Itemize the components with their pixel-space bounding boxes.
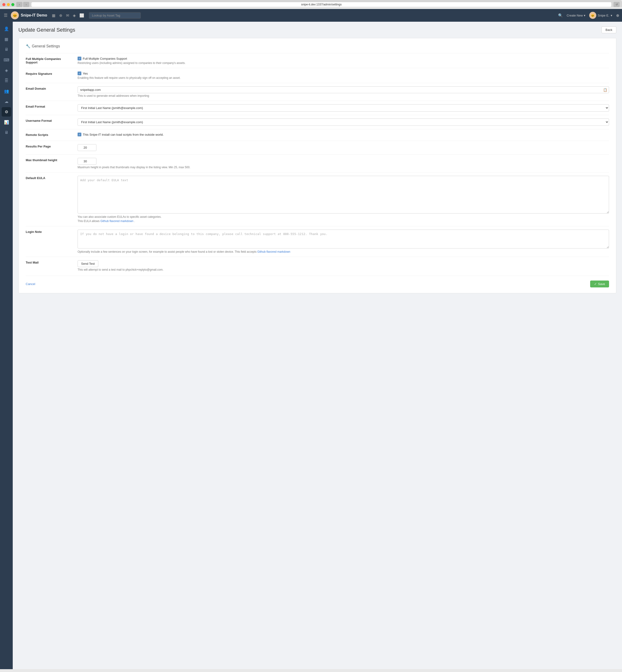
default-eula-control: You can also associate custom EULAs to s… <box>77 176 609 223</box>
login-note-row: Login Note Optionally include a few sent… <box>26 226 609 257</box>
results-per-page-input[interactable] <box>77 144 97 151</box>
hamburger-menu[interactable]: ☰ <box>3 12 8 19</box>
email-domain-row: Email Domain 📋 This is used to generate … <box>26 83 609 101</box>
test-mail-control: Send Test This will attempt to send a te… <box>77 260 609 271</box>
email-domain-label: Email Domain <box>26 86 73 90</box>
require-sig-control: ✓ Yes Enabling this feature will require… <box>77 71 609 79</box>
droplet-icon[interactable]: ◈ <box>73 13 76 18</box>
reload-button[interactable]: ↺ <box>614 2 620 7</box>
default-eula-link[interactable]: Github flavored markdown <box>100 219 134 223</box>
email-domain-control: 📋 This is used to generate email address… <box>77 86 609 97</box>
mail-icon[interactable]: ✉ <box>66 13 69 18</box>
email-domain-hint: This is used to generate email addresses… <box>77 94 609 97</box>
email-format-select[interactable]: First Initial Last Name (jsmith@example.… <box>77 104 609 111</box>
main-layout: 👤 ▦ 🖥 ⌨ ◈ 🗄 👥 ☁ ⚙ 📊 🖥 Update General Set… <box>0 22 622 669</box>
require-sig-check-label: Yes <box>83 72 88 75</box>
send-test-button[interactable]: Send Test <box>77 260 98 267</box>
user-name: Snipe E. <box>598 14 609 17</box>
sidebar-item-assets[interactable]: ▦ <box>2 34 11 44</box>
tag-icon[interactable]: ⊕ <box>59 13 62 18</box>
username-format-select[interactable]: First Initial Last Name (jsmith@example.… <box>77 119 609 126</box>
user-menu[interactable]: 🐱 Snipe E. ▾ <box>589 12 612 19</box>
user-chevron-icon: ▾ <box>611 14 612 17</box>
back-nav-button[interactable]: ‹ <box>16 2 23 7</box>
content-area: Update General Settings Back 🔧 General S… <box>13 22 622 669</box>
max-thumb-input[interactable] <box>77 158 97 165</box>
cancel-button[interactable]: Cancel <box>26 282 35 286</box>
url-text: snipe-it.dev:1337/admin/settings <box>301 3 342 6</box>
settings-card: 🔧 General Settings Full Multiple Compani… <box>19 38 616 293</box>
sidebar-item-accessories[interactable]: ⌨ <box>2 55 11 65</box>
login-note-control: Optionally include a few sentences on yo… <box>77 230 609 253</box>
default-eula-label: Default EULA <box>26 176 73 180</box>
brand: 🐱 Snipe-IT Demo <box>11 11 47 19</box>
close-button[interactable] <box>2 3 5 6</box>
sidebar-item-settings[interactable]: ⚙ <box>2 107 11 117</box>
wrench-icon: 🔧 <box>26 44 30 49</box>
default-eula-hint2: This EULA allows Github flavored markdow… <box>77 219 609 223</box>
sidebar-item-components[interactable]: 🗄 <box>2 76 11 86</box>
address-bar[interactable]: snipe-it.dev:1337/admin/settings <box>31 2 612 7</box>
remote-scripts-checkbox-row: ✓ This Snipe-IT install can load scripts… <box>77 133 609 136</box>
default-eula-textarea[interactable] <box>77 176 609 214</box>
sidebar-item-consumables[interactable]: ◈ <box>2 66 11 75</box>
remote-scripts-check-label: This Snipe-IT install can load scripts f… <box>83 133 164 136</box>
sidebar-item-licenses[interactable]: 🖥 <box>2 45 11 54</box>
save-button[interactable]: ✓ Save <box>590 281 609 287</box>
email-format-row: Email Format First Initial Last Name (js… <box>26 101 609 115</box>
max-thumb-label: Max thumbnail height <box>26 158 73 162</box>
page-header: Update General Settings Back <box>19 26 616 33</box>
search-container <box>89 12 141 19</box>
max-thumb-hint: Maximum height in pixels that thumbnails… <box>77 166 609 169</box>
login-note-textarea[interactable] <box>77 230 609 249</box>
brand-name: Snipe-IT Demo <box>21 13 47 18</box>
login-note-label: Login Note <box>26 230 73 233</box>
require-sig-row: Require Signature ✓ Yes Enabling this fe… <box>26 68 609 83</box>
chevron-down-icon: ▾ <box>584 14 585 17</box>
share-icon[interactable]: ⊕ <box>616 13 619 18</box>
results-per-page-row: Results Per Page <box>26 140 609 154</box>
back-button[interactable]: Back <box>601 26 616 33</box>
sidebar-item-cloud[interactable]: ☁ <box>2 97 11 106</box>
barcode-icon[interactable]: ▦ <box>52 13 56 18</box>
sidebar-item-kiosk[interactable]: 🖥 <box>2 128 11 137</box>
full-companies-label: Full Multiple Companies Support <box>26 57 73 64</box>
navbar-icons: ▦ ⊕ ✉ ◈ ⬜ <box>52 13 84 18</box>
minimize-button[interactable] <box>7 3 10 6</box>
search-icon[interactable]: 🔍 <box>558 13 563 18</box>
require-sig-checkbox[interactable]: ✓ <box>77 71 81 75</box>
full-companies-row: Full Multiple Companies Support ✓ Full M… <box>26 53 609 68</box>
forward-nav-button[interactable]: › <box>23 2 29 7</box>
results-per-page-label: Results Per Page <box>26 144 73 148</box>
max-thumb-row: Max thumbnail height Maximum height in p… <box>26 154 609 172</box>
remote-scripts-row: Remote Scripts ✓ This Snipe-IT install c… <box>26 129 609 140</box>
require-sig-checkbox-row: ✓ Yes <box>77 71 609 75</box>
email-domain-input[interactable] <box>77 86 609 93</box>
sidebar-item-users[interactable]: 👥 <box>2 86 11 96</box>
create-new-button[interactable]: Create New ▾ <box>566 14 585 17</box>
maximize-button[interactable] <box>11 3 14 6</box>
sidebar-item-dashboard[interactable]: 👤 <box>2 24 11 33</box>
full-companies-checkbox[interactable]: ✓ <box>77 57 81 60</box>
full-companies-hint: Restricting users (including admins) ass… <box>77 61 609 65</box>
top-navbar: ☰ 🐱 Snipe-IT Demo ▦ ⊕ ✉ ◈ ⬜ 🔍 Create New… <box>0 9 622 22</box>
username-format-row: Username Format First Initial Last Name … <box>26 115 609 129</box>
print-icon[interactable]: ⬜ <box>79 13 84 18</box>
check-icon: ✓ <box>594 282 597 286</box>
login-note-hint: Optionally include a few sentences on yo… <box>77 250 609 253</box>
form-actions: Cancel ✓ Save <box>26 276 609 287</box>
username-format-label: Username Format <box>26 119 73 123</box>
require-sig-hint: Enabling this feature will require users… <box>77 76 609 79</box>
email-format-label: Email Format <box>26 104 73 108</box>
remote-scripts-checkbox[interactable]: ✓ <box>77 133 81 136</box>
test-mail-label: Test Mail <box>26 260 73 264</box>
login-note-link[interactable]: Github flavored markdown <box>257 250 290 253</box>
results-per-page-control <box>77 144 609 151</box>
user-avatar: 🐱 <box>589 12 596 19</box>
default-eula-hint1: You can also associate custom EULAs to s… <box>77 215 609 219</box>
test-mail-hint: This will attempt to send a test mail to… <box>77 268 609 271</box>
remote-scripts-label: Remote Scripts <box>26 133 73 137</box>
sidebar-item-reports[interactable]: 📊 <box>2 118 11 127</box>
username-format-control: First Initial Last Name (jsmith@example.… <box>77 119 609 126</box>
search-input[interactable] <box>89 12 141 19</box>
